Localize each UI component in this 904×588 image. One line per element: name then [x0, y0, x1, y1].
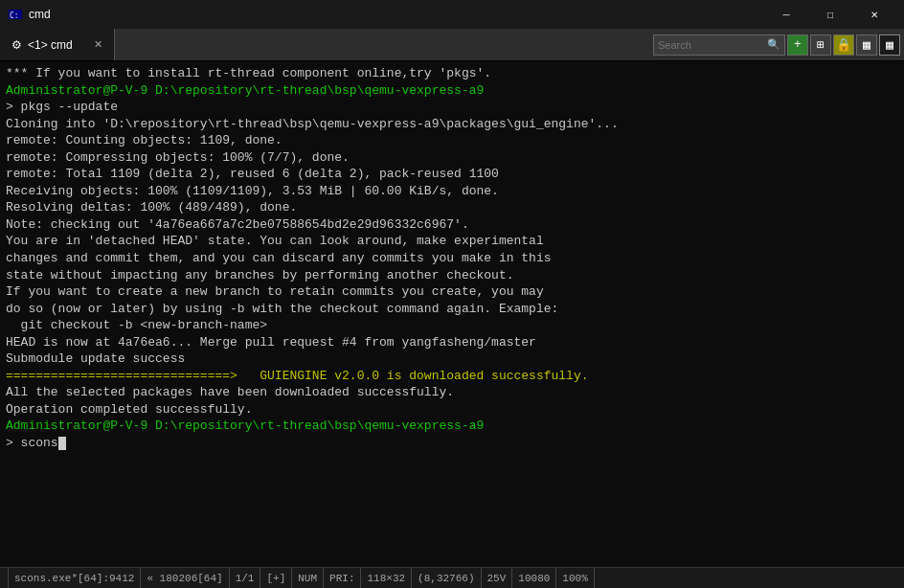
terminal-line: Administrator@P-V-9 D:\repository\rt-thr… [6, 82, 898, 100]
tab-close-button[interactable]: ✕ [94, 38, 102, 51]
statusbar-item: 100% [556, 568, 594, 588]
statusbar-item: [+] [260, 568, 292, 588]
terminal-line: remote: Counting objects: 1109, done. [6, 132, 898, 149]
statusbar-item: 118×32 [361, 568, 412, 588]
terminal-line: *** If you want to install rt-thread com… [6, 65, 898, 82]
terminal-line: Submodule update success [6, 351, 898, 368]
statusbar-item: 10080 [512, 568, 556, 588]
terminal-line: Administrator@P-V-9 D:\repository\rt-thr… [6, 418, 898, 435]
layout-button-1[interactable]: ⊞ [810, 34, 831, 56]
window-title: cmd [29, 8, 764, 21]
terminal-line: If you want to create a new branch to re… [6, 283, 898, 301]
terminal-line: HEAD is now at 4a76ea6... Merge pull req… [6, 334, 898, 351]
terminal-line: All the selected packages have been down… [6, 384, 898, 401]
terminal-line: Cloning into 'D:\repository\rt-thread\bs… [6, 116, 898, 133]
search-icon[interactable]: 🔍 [767, 38, 780, 51]
terminal-line: remote: Total 1109 (delta 2), reused 6 (… [6, 166, 898, 183]
tab-1[interactable]: ⚙ <1> cmd ✕ [0, 29, 115, 60]
terminal-line: ==============================> GUIENGIN… [6, 368, 898, 385]
terminal-line: Receiving objects: 100% (1109/1109), 3.5… [6, 183, 898, 200]
statusbar-item: (8,32766) [412, 568, 481, 588]
lock-button[interactable]: 🔒 [833, 34, 854, 56]
search-input[interactable] [658, 39, 763, 51]
add-tab-button[interactable]: + [787, 34, 808, 56]
statusbar: scons.exe*[64]:9412« 180206[64]1/1[+]NUM… [0, 567, 904, 588]
maximize-button[interactable]: □ [808, 0, 852, 29]
terminal-line: do so (now or later) by using -b with th… [6, 301, 898, 318]
tabbar: ⚙ <1> cmd ✕ 🔍 + ⊞ 🔒 ▦ ▦ [0, 29, 904, 61]
terminal-line: git checkout -b <new-branch-name> [6, 317, 898, 334]
statusbar-item: « 180206[64] [141, 568, 229, 588]
terminal-line: > pkgs --update [6, 99, 898, 116]
terminal-line: You are in 'detached HEAD' state. You ca… [6, 233, 898, 250]
svg-text:C:: C: [10, 11, 19, 20]
statusbar-item: NUM [292, 568, 324, 588]
window-controls: ─ □ ✕ [764, 0, 896, 29]
statusbar-item: PRI: [324, 568, 361, 588]
tab-icon: ⚙ [11, 38, 22, 52]
titlebar: C: cmd ─ □ ✕ [0, 0, 904, 29]
terminal-line: Resolving deltas: 100% (489/489), done. [6, 199, 898, 216]
terminal-line: changes and commit them, and you can dis… [6, 250, 898, 267]
terminal-line: > scons [6, 435, 898, 452]
cmd-icon: C: [8, 7, 23, 22]
terminal-output: *** If you want to install rt-thread com… [0, 61, 904, 567]
close-button[interactable]: ✕ [852, 0, 896, 29]
search-box[interactable]: 🔍 [653, 34, 785, 56]
terminal-line: remote: Compressing objects: 100% (7/7),… [6, 149, 898, 167]
terminal-line: Note: checking out '4a76ea667a7c2be07588… [6, 216, 898, 234]
grid-button-2[interactable]: ▦ [879, 34, 900, 56]
statusbar-item: scons.exe*[64]:9412 [8, 568, 141, 588]
tab-label: <1> cmd [28, 38, 73, 52]
statusbar-item: 1/1 [230, 568, 261, 588]
statusbar-item: 25V [482, 568, 513, 588]
terminal-line: state without impacting any branches by … [6, 267, 898, 284]
grid-button-1[interactable]: ▦ [856, 34, 877, 56]
minimize-button[interactable]: ─ [764, 0, 808, 29]
toolbar-right: 🔍 + ⊞ 🔒 ▦ ▦ [653, 29, 904, 60]
terminal-line: Operation completed successfully. [6, 401, 898, 418]
